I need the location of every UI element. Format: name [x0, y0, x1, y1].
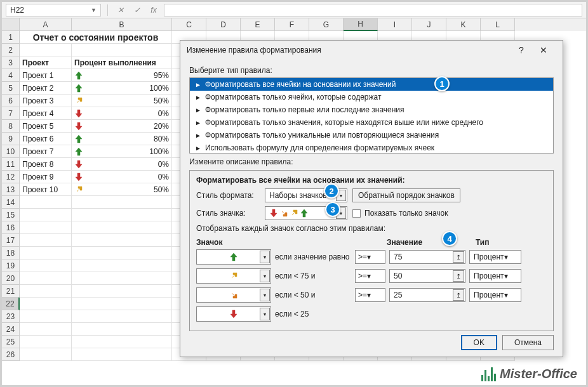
row-header[interactable]: 21	[2, 285, 20, 298]
row-header[interactable]: 4	[2, 69, 20, 82]
accept-formula-icon[interactable]: ✓	[131, 4, 144, 16]
range-ref-icon[interactable]: ↥	[453, 270, 464, 282]
column-header[interactable]: B	[72, 18, 172, 31]
cell[interactable]: Проект 10	[20, 183, 72, 196]
cell[interactable]	[20, 310, 72, 323]
type-dropdown[interactable]: Процент▾	[469, 288, 521, 302]
rule-type-list[interactable]: ►Форматировать все ячейки на основании и…	[189, 77, 554, 154]
operator-dropdown[interactable]: >=▾	[355, 288, 385, 302]
cell[interactable]	[72, 234, 172, 247]
cell[interactable]: 80%	[72, 133, 172, 145]
cell[interactable]: Проект 6	[20, 133, 72, 145]
cell[interactable]: Проект 8	[20, 158, 72, 171]
icon-picker[interactable]: ▾	[196, 287, 271, 303]
row-header[interactable]: 6	[2, 95, 20, 107]
cell[interactable]: Проект	[20, 56, 72, 69]
formula-input[interactable]	[164, 4, 582, 16]
column-header[interactable]: J	[412, 18, 446, 31]
cell[interactable]: 100%	[72, 82, 172, 95]
row-header[interactable]: 14	[2, 196, 20, 209]
icon-picker[interactable]: ▾	[196, 306, 271, 322]
rule-type-item[interactable]: ►Форматировать только значения, которые …	[190, 116, 553, 129]
show-icon-only-checkbox[interactable]	[352, 209, 361, 218]
row-header[interactable]: 15	[2, 209, 20, 221]
column-header[interactable]: G	[309, 18, 344, 31]
cell[interactable]	[20, 247, 72, 259]
rule-type-item[interactable]: ►Форматировать все ячейки на основании и…	[190, 78, 553, 91]
cancel-formula-icon[interactable]: ✕	[114, 4, 127, 16]
column-header[interactable]: A	[20, 18, 72, 31]
row-header[interactable]: 3	[2, 56, 20, 69]
cell[interactable]: 50%	[72, 95, 172, 107]
cell[interactable]	[20, 196, 72, 209]
rule-type-item[interactable]: ►Форматировать только уникальные или пов…	[190, 129, 553, 141]
column-header[interactable]: C	[172, 18, 206, 31]
row-header[interactable]: 9	[2, 133, 20, 145]
cell[interactable]: Проект 5	[20, 120, 72, 133]
cancel-button[interactable]: Отмена	[502, 335, 554, 350]
cell[interactable]: 0%	[72, 171, 172, 183]
row-header[interactable]: 23	[2, 310, 20, 323]
cell[interactable]: 20%	[72, 120, 172, 133]
cell[interactable]	[72, 348, 172, 361]
row-header[interactable]: 16	[2, 221, 20, 234]
row-header[interactable]: 19	[2, 259, 20, 272]
cell[interactable]	[72, 298, 172, 310]
reverse-icon-order-button[interactable]: Обратный порядок значков	[352, 188, 460, 202]
icon-picker[interactable]: ▾	[196, 249, 271, 265]
cell[interactable]: Проект 9	[20, 171, 72, 183]
select-all-cell[interactable]	[2, 18, 20, 31]
cell[interactable]	[20, 44, 72, 56]
cell[interactable]: 95%	[72, 69, 172, 82]
ok-button[interactable]: OK	[461, 335, 497, 350]
cell[interactable]	[20, 272, 72, 285]
type-dropdown[interactable]: Процент▾	[469, 269, 521, 283]
row-header[interactable]: 24	[2, 323, 20, 336]
cell[interactable]	[72, 285, 172, 298]
row-header[interactable]: 18	[2, 247, 20, 259]
row-header[interactable]: 25	[2, 336, 20, 348]
rule-type-item[interactable]: ►Форматировать только первые или последн…	[190, 103, 553, 116]
row-header[interactable]: 22	[2, 298, 20, 310]
cell[interactable]	[72, 336, 172, 348]
row-header[interactable]: 11	[2, 158, 20, 171]
cell[interactable]: 100%	[72, 145, 172, 158]
operator-dropdown[interactable]: >=▾	[355, 269, 385, 283]
cell[interactable]	[20, 348, 72, 361]
fx-icon[interactable]: fx	[147, 4, 160, 16]
cell[interactable]	[72, 209, 172, 221]
column-header[interactable]: F	[275, 18, 309, 31]
cell[interactable]: Проект 4	[20, 107, 72, 120]
row-header[interactable]: 17	[2, 234, 20, 247]
cell[interactable]	[72, 247, 172, 259]
cell[interactable]	[20, 221, 72, 234]
cell[interactable]: 50%	[72, 183, 172, 196]
cell[interactable]	[72, 196, 172, 209]
row-header[interactable]: 12	[2, 171, 20, 183]
column-header[interactable]: E	[241, 18, 275, 31]
cell[interactable]	[20, 323, 72, 336]
row-header[interactable]: 13	[2, 183, 20, 196]
cell[interactable]: Процент выполнения	[72, 56, 172, 69]
row-header[interactable]: 26	[2, 348, 20, 361]
cell[interactable]: Проект 1	[20, 69, 72, 82]
icon-picker[interactable]: ▾	[196, 268, 271, 284]
row-header[interactable]: 7	[2, 107, 20, 120]
type-dropdown[interactable]: Процент▾	[469, 250, 521, 264]
cell[interactable]: Проект 7	[20, 145, 72, 158]
row-header[interactable]: 8	[2, 120, 20, 133]
row-header[interactable]: 1	[2, 31, 20, 44]
row-header[interactable]: 5	[2, 82, 20, 95]
cell[interactable]: 0%	[72, 158, 172, 171]
close-button[interactable]: ✕	[531, 41, 556, 60]
column-header[interactable]: D	[206, 18, 241, 31]
cell[interactable]	[72, 221, 172, 234]
range-ref-icon[interactable]: ↥	[453, 251, 464, 263]
name-box[interactable]: H22 ▼	[6, 4, 101, 16]
cell[interactable]	[20, 285, 72, 298]
cell[interactable]	[20, 209, 72, 221]
cell[interactable]	[72, 310, 172, 323]
row-header[interactable]: 20	[2, 272, 20, 285]
cell[interactable]	[72, 272, 172, 285]
range-ref-icon[interactable]: ↥	[453, 289, 464, 301]
